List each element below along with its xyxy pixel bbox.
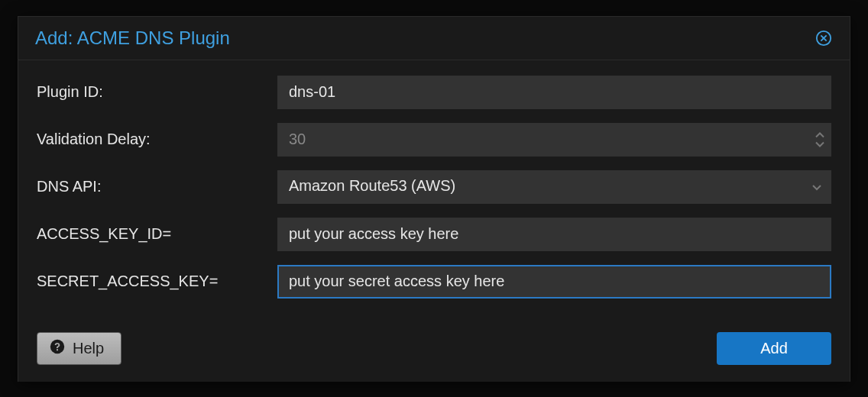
- validation-delay-field-wrap: [277, 123, 831, 157]
- plugin-id-label: Plugin ID:: [37, 83, 277, 101]
- dns-api-field-wrap: Amazon Route53 (AWS): [277, 170, 831, 204]
- add-acme-dns-plugin-dialog: Add: ACME DNS Plugin Plugin ID: Validati…: [18, 16, 850, 382]
- add-button[interactable]: Add: [717, 332, 831, 365]
- plugin-id-field-wrap: [277, 76, 831, 109]
- help-icon: [50, 339, 65, 358]
- help-button-label: Help: [73, 340, 104, 357]
- validation-delay-label: Validation Delay:: [37, 131, 277, 148]
- form-row-access-key-id: ACCESS_KEY_ID=: [37, 218, 831, 251]
- form-row-secret-access-key: SECRET_ACCESS_KEY=: [37, 265, 831, 299]
- access-key-id-input[interactable]: [277, 218, 831, 251]
- validation-delay-input[interactable]: [277, 123, 831, 157]
- secret-access-key-input[interactable]: [277, 265, 831, 299]
- help-button[interactable]: Help: [37, 332, 121, 365]
- plugin-id-input[interactable]: [277, 76, 831, 109]
- dns-api-label: DNS API:: [37, 178, 277, 195]
- secret-access-key-label: SECRET_ACCESS_KEY=: [37, 273, 277, 290]
- add-button-label: Add: [760, 340, 788, 357]
- spinner-controls[interactable]: [815, 131, 825, 147]
- dialog-body: Plugin ID: Validation Delay: DNS: [18, 60, 850, 324]
- chevron-up-icon[interactable]: [815, 131, 825, 139]
- dns-api-select[interactable]: Amazon Route53 (AWS): [277, 170, 831, 204]
- dialog-title: Add: ACME DNS Plugin: [35, 27, 230, 49]
- chevron-down-icon[interactable]: [815, 140, 825, 147]
- form-row-validation-delay: Validation Delay:: [37, 123, 831, 157]
- close-icon[interactable]: [815, 29, 833, 47]
- access-key-id-label: ACCESS_KEY_ID=: [37, 225, 277, 243]
- dialog-footer: Help Add: [18, 324, 850, 382]
- access-key-id-field-wrap: [277, 218, 831, 251]
- form-row-plugin-id: Plugin ID:: [37, 76, 831, 109]
- form-row-dns-api: DNS API: Amazon Route53 (AWS): [37, 170, 831, 204]
- dialog-header: Add: ACME DNS Plugin: [18, 17, 850, 60]
- secret-access-key-field-wrap: [277, 265, 831, 299]
